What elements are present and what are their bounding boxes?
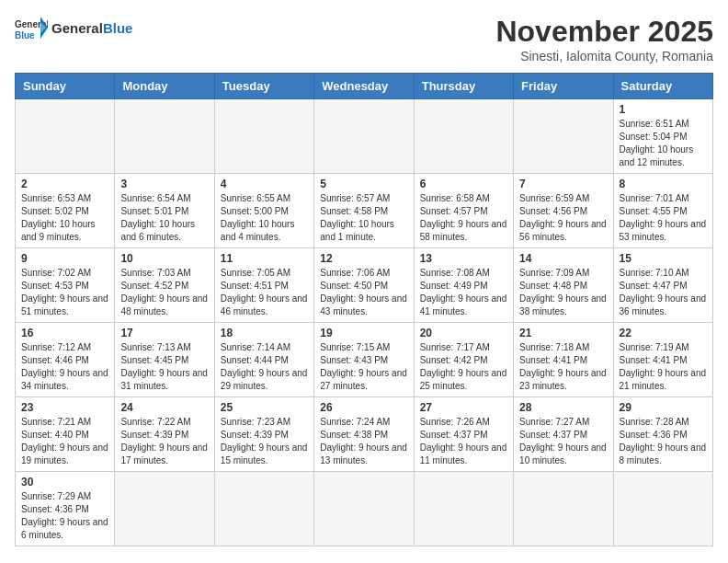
- calendar-cell: 14Sunrise: 7:09 AM Sunset: 4:48 PM Dayli…: [514, 248, 613, 323]
- calendar-cell: 22Sunrise: 7:19 AM Sunset: 4:41 PM Dayli…: [613, 323, 712, 397]
- calendar-cell: 29Sunrise: 7:28 AM Sunset: 4:36 PM Dayli…: [613, 397, 712, 472]
- column-header-monday: Monday: [115, 74, 214, 99]
- svg-text:Blue: Blue: [15, 30, 35, 40]
- day-info: Sunrise: 7:26 AM Sunset: 4:37 PM Dayligh…: [420, 416, 507, 467]
- calendar-cell: [514, 472, 613, 546]
- day-info: Sunrise: 7:24 AM Sunset: 4:38 PM Dayligh…: [320, 416, 407, 467]
- calendar-cell: 17Sunrise: 7:13 AM Sunset: 4:45 PM Dayli…: [115, 323, 214, 397]
- day-number: 16: [21, 327, 108, 339]
- day-number: 22: [620, 327, 707, 339]
- calendar-cell: 5Sunrise: 6:57 AM Sunset: 4:58 PM Daylig…: [314, 174, 414, 248]
- column-header-sunday: Sunday: [16, 74, 115, 99]
- calendar-cell: 1Sunrise: 6:51 AM Sunset: 5:04 PM Daylig…: [613, 99, 712, 174]
- calendar-cell: 3Sunrise: 6:54 AM Sunset: 5:01 PM Daylig…: [115, 174, 214, 248]
- day-info: Sunrise: 7:03 AM Sunset: 4:52 PM Dayligh…: [120, 267, 208, 318]
- calendar-week-row: 16Sunrise: 7:12 AM Sunset: 4:46 PM Dayli…: [16, 323, 713, 397]
- day-info: Sunrise: 7:10 AM Sunset: 4:47 PM Dayligh…: [620, 267, 707, 318]
- day-number: 19: [320, 327, 407, 339]
- day-number: 23: [21, 401, 108, 414]
- day-info: Sunrise: 7:21 AM Sunset: 4:40 PM Dayligh…: [21, 416, 108, 467]
- day-number: 29: [620, 401, 707, 414]
- column-header-saturday: Saturday: [613, 74, 712, 99]
- column-header-wednesday: Wednesday: [314, 74, 414, 99]
- day-number: 5: [320, 178, 407, 190]
- calendar-week-row: 9Sunrise: 7:02 AM Sunset: 4:53 PM Daylig…: [16, 248, 713, 323]
- month-title: November 2025: [495, 15, 713, 49]
- column-header-thursday: Thursday: [414, 74, 513, 99]
- calendar-cell: [414, 99, 513, 174]
- day-info: Sunrise: 7:15 AM Sunset: 4:43 PM Dayligh…: [320, 341, 407, 393]
- calendar-cell: 4Sunrise: 6:55 AM Sunset: 5:00 PM Daylig…: [214, 174, 313, 248]
- calendar-week-row: 30Sunrise: 7:29 AM Sunset: 4:36 PM Dayli…: [16, 472, 713, 546]
- day-info: Sunrise: 7:19 AM Sunset: 4:41 PM Dayligh…: [620, 341, 707, 393]
- day-number: 7: [519, 178, 607, 190]
- day-number: 10: [120, 252, 208, 265]
- day-number: 14: [519, 252, 607, 265]
- day-info: Sunrise: 7:06 AM Sunset: 4:50 PM Dayligh…: [320, 267, 407, 318]
- calendar-cell: [115, 472, 214, 546]
- calendar-cell: 30Sunrise: 7:29 AM Sunset: 4:36 PM Dayli…: [16, 472, 115, 546]
- day-number: 28: [519, 401, 607, 414]
- day-info: Sunrise: 7:17 AM Sunset: 4:42 PM Dayligh…: [420, 341, 507, 393]
- calendar-cell: [214, 472, 313, 546]
- calendar-header-row: SundayMondayTuesdayWednesdayThursdayFrid…: [16, 74, 713, 99]
- day-number: 18: [221, 327, 308, 339]
- day-info: Sunrise: 7:23 AM Sunset: 4:39 PM Dayligh…: [221, 416, 308, 467]
- title-area: November 2025 Sinesti, Ialomita County, …: [495, 15, 713, 63]
- page-header: General Blue GeneralBlue November 2025 S…: [15, 15, 713, 63]
- day-info: Sunrise: 7:14 AM Sunset: 4:44 PM Dayligh…: [221, 341, 308, 393]
- day-number: 25: [221, 401, 308, 414]
- day-number: 27: [420, 401, 507, 414]
- calendar-cell: 15Sunrise: 7:10 AM Sunset: 4:47 PM Dayli…: [613, 248, 712, 323]
- day-number: 13: [420, 252, 507, 265]
- day-info: Sunrise: 7:29 AM Sunset: 4:36 PM Dayligh…: [21, 490, 108, 542]
- calendar-week-row: 1Sunrise: 6:51 AM Sunset: 5:04 PM Daylig…: [16, 99, 713, 174]
- calendar-cell: 2Sunrise: 6:53 AM Sunset: 5:02 PM Daylig…: [16, 174, 115, 248]
- day-info: Sunrise: 7:09 AM Sunset: 4:48 PM Dayligh…: [519, 267, 607, 318]
- day-number: 8: [620, 178, 707, 190]
- calendar-cell: 7Sunrise: 6:59 AM Sunset: 4:56 PM Daylig…: [514, 174, 613, 248]
- logo: General Blue GeneralBlue: [15, 15, 132, 42]
- day-number: 20: [420, 327, 507, 339]
- calendar-cell: [314, 472, 414, 546]
- calendar-cell: 19Sunrise: 7:15 AM Sunset: 4:43 PM Dayli…: [314, 323, 414, 397]
- calendar-cell: [414, 472, 513, 546]
- day-info: Sunrise: 6:55 AM Sunset: 5:00 PM Dayligh…: [221, 192, 308, 244]
- day-number: 26: [320, 401, 407, 414]
- day-info: Sunrise: 6:51 AM Sunset: 5:04 PM Dayligh…: [620, 118, 707, 169]
- day-info: Sunrise: 7:22 AM Sunset: 4:39 PM Dayligh…: [120, 416, 208, 467]
- day-number: 6: [420, 178, 507, 190]
- day-number: 9: [21, 252, 108, 265]
- column-header-tuesday: Tuesday: [214, 74, 313, 99]
- calendar-cell: [613, 472, 712, 546]
- day-number: 3: [120, 178, 208, 190]
- calendar-cell: [214, 99, 313, 174]
- day-info: Sunrise: 6:53 AM Sunset: 5:02 PM Dayligh…: [21, 192, 108, 244]
- day-number: 30: [21, 476, 108, 488]
- day-info: Sunrise: 7:05 AM Sunset: 4:51 PM Dayligh…: [221, 267, 308, 318]
- day-number: 17: [120, 327, 208, 339]
- calendar-cell: [514, 99, 613, 174]
- calendar-cell: 10Sunrise: 7:03 AM Sunset: 4:52 PM Dayli…: [115, 248, 214, 323]
- calendar-cell: 13Sunrise: 7:08 AM Sunset: 4:49 PM Dayli…: [414, 248, 513, 323]
- calendar-cell: 28Sunrise: 7:27 AM Sunset: 4:37 PM Dayli…: [514, 397, 613, 472]
- calendar-cell: 23Sunrise: 7:21 AM Sunset: 4:40 PM Dayli…: [16, 397, 115, 472]
- day-number: 1: [620, 103, 707, 116]
- day-number: 4: [221, 178, 308, 190]
- calendar-week-row: 23Sunrise: 7:21 AM Sunset: 4:40 PM Dayli…: [16, 397, 713, 472]
- day-info: Sunrise: 7:28 AM Sunset: 4:36 PM Dayligh…: [620, 416, 707, 467]
- day-info: Sunrise: 6:54 AM Sunset: 5:01 PM Dayligh…: [120, 192, 208, 244]
- day-number: 24: [120, 401, 208, 414]
- day-number: 12: [320, 252, 407, 265]
- column-header-friday: Friday: [514, 74, 613, 99]
- calendar-cell: 20Sunrise: 7:17 AM Sunset: 4:42 PM Dayli…: [414, 323, 513, 397]
- day-info: Sunrise: 7:01 AM Sunset: 4:55 PM Dayligh…: [620, 192, 707, 244]
- calendar-cell: 25Sunrise: 7:23 AM Sunset: 4:39 PM Dayli…: [214, 397, 313, 472]
- calendar-cell: [16, 99, 115, 174]
- day-number: 21: [519, 327, 607, 339]
- calendar-cell: 12Sunrise: 7:06 AM Sunset: 4:50 PM Dayli…: [314, 248, 414, 323]
- day-info: Sunrise: 6:58 AM Sunset: 4:57 PM Dayligh…: [420, 192, 507, 244]
- logo-icon: General Blue: [15, 15, 48, 42]
- day-number: 15: [620, 252, 707, 265]
- day-info: Sunrise: 7:13 AM Sunset: 4:45 PM Dayligh…: [120, 341, 208, 393]
